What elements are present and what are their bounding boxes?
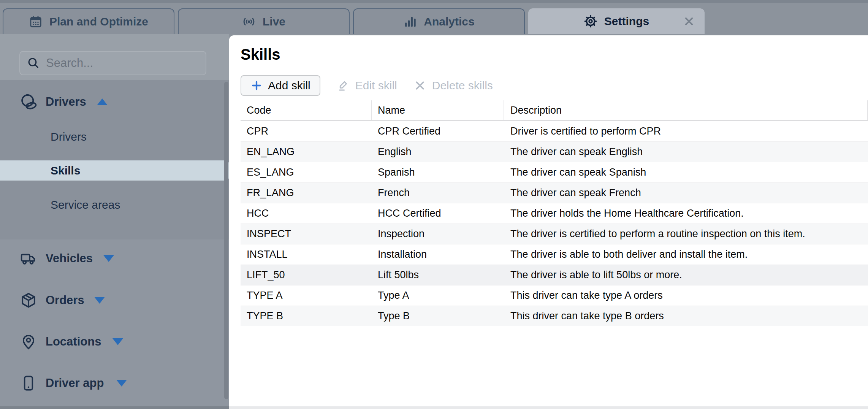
tab-label: Analytics — [424, 15, 474, 28]
skills-table: Code Name Description CPRCPR CertifiedDr… — [241, 100, 868, 326]
pencil-icon — [337, 79, 349, 92]
sidebar-item-label: Drivers — [46, 95, 86, 109]
table-row[interactable]: TYPE BType BThis driver can take type B … — [241, 306, 868, 326]
table-cell: The driver is able to both deliver and i… — [504, 244, 868, 265]
tab-analytics[interactable]: Analytics — [353, 8, 525, 34]
table-cell: TYPE B — [241, 306, 372, 326]
tab-label: Live — [263, 15, 285, 28]
close-tab-icon[interactable] — [683, 16, 695, 27]
table-row[interactable]: CPRCPR CertifiedDriver is certified to p… — [241, 121, 868, 141]
table-cell: Installation — [372, 244, 504, 265]
table-cell: This driver can take type A orders — [504, 285, 868, 306]
window-bottom-edge-right — [229, 406, 868, 409]
table-cell: INSPECT — [241, 224, 372, 244]
skills-table-body: CPRCPR CertifiedDriver is certified to p… — [241, 121, 868, 326]
sidebar-item-label: Orders — [46, 293, 84, 307]
sidebar-item-drivers-group[interactable]: Drivers — [0, 90, 229, 113]
edit-skill-label: Edit skill — [355, 79, 397, 92]
table-cell: EN_LANG — [241, 142, 372, 162]
tab-label: Settings — [604, 15, 649, 28]
table-cell: French — [372, 183, 504, 203]
table-row[interactable]: EN_LANGEnglishThe driver can speak Engli… — [241, 141, 868, 162]
table-cell: Inspection — [372, 224, 504, 244]
table-cell: Spanish — [372, 162, 504, 182]
chevron-down-icon — [94, 297, 105, 304]
table-cell: CPR — [241, 121, 372, 141]
sidebar-item-driver-app[interactable]: Driver app — [0, 372, 229, 395]
truck-icon — [20, 250, 37, 267]
table-cell: Lift 50lbs — [372, 265, 504, 285]
skills-panel: Skills Add skill Edit skill — [229, 35, 868, 406]
x-icon — [414, 79, 426, 92]
table-row[interactable]: FR_LANGFrenchThe driver can speak French — [241, 182, 868, 203]
calendar-icon — [29, 15, 43, 29]
plus-icon — [250, 79, 263, 92]
table-cell: Type B — [372, 306, 504, 326]
table-row[interactable]: TYPE AType AThis driver can take type A … — [241, 285, 868, 306]
page-title: Skills — [241, 46, 280, 63]
table-cell: Type A — [372, 285, 504, 306]
app-window: Plan and Optimize Live — [0, 0, 868, 409]
sidebar-item-orders[interactable]: Orders — [0, 289, 229, 312]
driver-cap-icon — [20, 93, 37, 111]
search-icon — [27, 57, 40, 70]
sidebar-item-locations[interactable]: Locations — [0, 330, 229, 353]
add-skill-button[interactable]: Add skill — [241, 75, 320, 96]
sidebar-search-section — [0, 34, 229, 80]
tab-plan-and-optimize[interactable]: Plan and Optimize — [3, 8, 174, 34]
sidebar-item-label: Vehicles — [46, 252, 93, 265]
table-cell: The driver can speak French — [504, 183, 868, 203]
live-icon — [242, 15, 256, 29]
table-row[interactable]: ES_LANGSpanishThe driver can speak Spani… — [241, 162, 868, 182]
table-cell: HCC Certified — [372, 203, 504, 224]
column-header-name: Name — [372, 100, 504, 120]
table-cell: LIFT_50 — [241, 265, 372, 285]
sidebar-subitem-label: Service areas — [51, 198, 120, 211]
add-skill-label: Add skill — [268, 79, 310, 92]
analytics-icon — [403, 15, 417, 29]
table-header-row: Code Name Description — [241, 100, 868, 121]
table-cell: TYPE A — [241, 285, 372, 306]
table-cell: The driver is certified to perform a rou… — [504, 224, 868, 244]
table-cell: CPR Certified — [372, 121, 504, 141]
table-row[interactable]: INSPECTInspectionThe driver is certified… — [241, 224, 868, 244]
search-input[interactable] — [46, 56, 199, 70]
smartphone-icon — [20, 374, 37, 392]
search-box[interactable] — [19, 51, 206, 75]
table-cell: FR_LANG — [241, 183, 372, 203]
table-cell: The driver is able to lift 50lbs or more… — [504, 265, 868, 285]
chevron-down-icon — [103, 255, 114, 262]
sidebar-item-vehicles[interactable]: Vehicles — [0, 247, 229, 270]
column-header-description: Description — [504, 100, 868, 120]
table-cell: Driver is certified to perform CPR — [504, 121, 868, 141]
table-row[interactable]: HCCHCC CertifiedThe driver holds the Hom… — [241, 203, 868, 224]
sidebar-subitem-label: Skills — [51, 164, 80, 177]
table-cell: The driver can speak English — [504, 142, 868, 162]
sidebar-subitem-label: Drivers — [51, 130, 87, 143]
table-cell: The driver holds the Home Healthcare Cer… — [504, 203, 868, 224]
table-cell: INSTALL — [241, 244, 372, 265]
column-header-code: Code — [241, 100, 372, 120]
table-row[interactable]: LIFT_50Lift 50lbsThe driver is able to l… — [241, 265, 868, 285]
sidebar-item-drivers[interactable]: Drivers — [0, 125, 229, 148]
sidebar-item-skills[interactable]: Skills — [0, 160, 229, 181]
sidebar-scrollbar[interactable] — [224, 82, 228, 399]
table-row[interactable]: INSTALLInstallationThe driver is able to… — [241, 244, 868, 265]
sidebar-item-label: Locations — [46, 335, 101, 349]
chevron-down-icon — [112, 338, 123, 345]
skills-toolbar: Add skill Edit skill Delete skills — [241, 75, 493, 96]
delete-skills-button[interactable]: Delete skills — [414, 79, 493, 92]
tab-settings[interactable]: Settings — [528, 8, 705, 34]
table-cell: English — [372, 142, 504, 162]
delete-skills-label: Delete skills — [432, 79, 493, 92]
chevron-down-icon — [116, 380, 127, 387]
gear-icon — [584, 14, 597, 28]
window-bottom-edge-left — [0, 406, 229, 409]
tab-bar: Plan and Optimize Live — [0, 0, 868, 34]
table-cell: ES_LANG — [241, 162, 372, 182]
edit-skill-button[interactable]: Edit skill — [337, 79, 397, 92]
tab-live[interactable]: Live — [178, 8, 350, 34]
box-icon — [20, 292, 37, 309]
sidebar-item-service-areas[interactable]: Service areas — [0, 193, 229, 216]
table-cell: The driver can speak Spanish — [504, 162, 868, 182]
